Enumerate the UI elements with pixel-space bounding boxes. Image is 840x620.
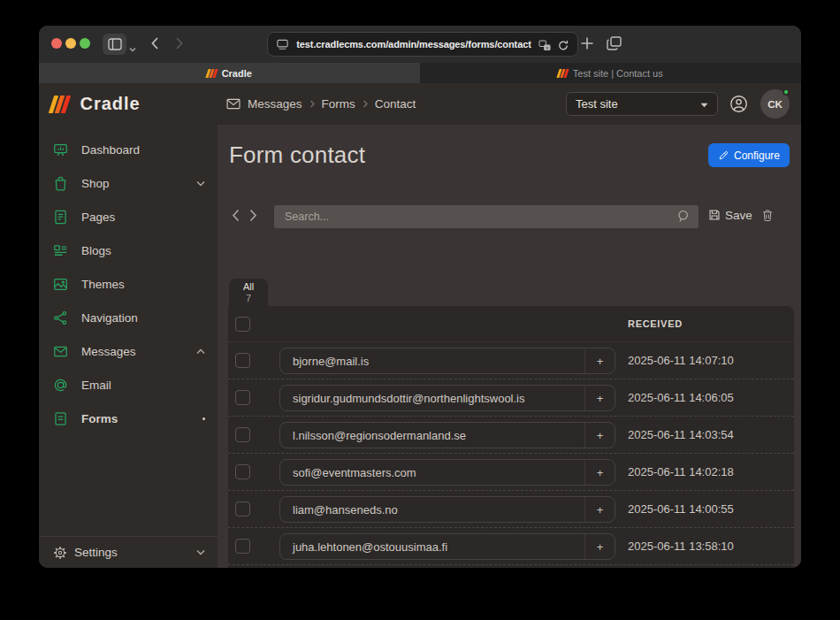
search-box: [274, 205, 699, 228]
sidebar-toggle-button[interactable]: [103, 34, 126, 55]
row-checkbox[interactable]: [235, 353, 250, 368]
row-checkbox[interactable]: [235, 464, 250, 479]
sidebar-item-pages[interactable]: Pages: [39, 200, 218, 233]
active-page-dot: [202, 417, 205, 420]
sidebar-item-forms[interactable]: Forms: [39, 402, 218, 435]
table-row[interactable]: sofi@eventmasters.com+ 2025-06-11 14:02:…: [228, 454, 794, 491]
browser-window: test.cradlecms.com/admin/messages/forms/…: [39, 26, 801, 568]
site-selector[interactable]: Test site: [566, 92, 718, 116]
chevron-down-icon: [129, 47, 136, 52]
reload-icon[interactable]: [558, 39, 569, 55]
email-pill[interactable]: l.nilsson@regionsodermanland.se+: [279, 422, 615, 448]
select-all-checkbox[interactable]: [235, 317, 250, 332]
site-selector-value: Test site: [576, 97, 618, 111]
row-checkbox[interactable]: [235, 427, 250, 442]
toolbar: Save: [218, 205, 801, 228]
received-timestamp: 2025-06-11 14:06:05: [628, 391, 734, 404]
table-row[interactable]: juha.lehtonen@ostouusimaa.fi+ 2025-06-11…: [228, 528, 794, 565]
email-pill[interactable]: liam@hanseneds.no+: [279, 496, 615, 523]
new-tab-button[interactable]: [580, 36, 594, 54]
minimize-window-button[interactable]: [65, 38, 76, 49]
search-input[interactable]: [274, 210, 699, 223]
configure-button[interactable]: Configure: [708, 143, 790, 167]
save-button[interactable]: Save: [707, 208, 752, 222]
filter-tab-count: 7: [246, 293, 251, 304]
blogs-icon: [51, 241, 69, 259]
search-icon: [676, 209, 691, 227]
sidebar-item-label: Messages: [81, 345, 136, 358]
zoom-window-button[interactable]: [80, 38, 90, 49]
pencil-icon: [718, 149, 729, 161]
row-checkbox[interactable]: [235, 539, 250, 554]
chevron-right-icon: [249, 209, 257, 222]
envelope-icon: [226, 98, 241, 110]
cradle-favicon: [206, 69, 218, 78]
app-logo[interactable]: Cradle: [39, 94, 218, 114]
tab-title: Cradle: [222, 68, 252, 79]
sidebar-item-dashboard[interactable]: Dashboard: [39, 133, 218, 166]
received-timestamp: 2025-06-11 13:58:10: [628, 540, 734, 553]
breadcrumb-messages[interactable]: Messages: [248, 97, 302, 111]
translate-icon[interactable]: x: [538, 39, 551, 55]
sidebar: Dashboard Shop Pages Blogs Themes Na: [39, 125, 218, 568]
email-pill[interactable]: sofi@eventmasters.com+: [279, 459, 615, 486]
email-pill[interactable]: bjorne@mail.is+: [279, 348, 615, 374]
sidebar-toggle-chevron[interactable]: [129, 40, 136, 56]
browser-tab-cradle[interactable]: Cradle: [39, 63, 420, 83]
browser-forward-button[interactable]: [175, 36, 184, 54]
row-checkbox[interactable]: [235, 501, 250, 517]
expand-button[interactable]: +: [584, 348, 615, 373]
table-row[interactable]: liam@hanseneds.no+ 2025-06-11 14:00:55: [228, 491, 794, 528]
sidebar-item-blogs[interactable]: Blogs: [39, 233, 218, 267]
prev-page-button[interactable]: [232, 209, 240, 226]
email-text: bjorne@mail.is: [280, 355, 369, 368]
sidebar-item-email[interactable]: Email: [39, 368, 218, 402]
avatar-initials: CK: [767, 99, 783, 110]
filter-tab-all[interactable]: All 7: [229, 279, 268, 306]
sidebar-item-label: Email: [81, 379, 111, 392]
table-row[interactable]: bjorne@mail.is+ 2025-06-11 14:07:10: [228, 342, 794, 379]
url-text[interactable]: test.cradlecms.com/admin/messages/forms/…: [293, 33, 535, 56]
browser-back-button[interactable]: [150, 36, 159, 54]
tab-overview-button[interactable]: [607, 36, 622, 54]
expand-button[interactable]: +: [584, 460, 615, 485]
dashboard-icon: [51, 141, 69, 158]
shop-icon: [51, 174, 69, 192]
svg-text:x: x: [546, 45, 549, 50]
next-page-button[interactable]: [249, 209, 257, 226]
expand-button[interactable]: +: [584, 534, 615, 559]
url-bar[interactable]: test.cradlecms.com/admin/messages/forms/…: [267, 32, 578, 57]
received-timestamp: 2025-06-11 14:03:54: [628, 428, 734, 441]
expand-button[interactable]: +: [584, 497, 615, 522]
sidebar-item-shop[interactable]: Shop: [39, 166, 218, 200]
account-button[interactable]: [729, 95, 748, 117]
table-row[interactable]: sigridur.gudmundsdottir@northenlightswoo…: [228, 379, 794, 417]
chevron-right-icon: [175, 36, 184, 50]
sidebar-item-navigation[interactable]: Navigation: [39, 301, 218, 334]
sidebar-item-label: Themes: [81, 278, 125, 291]
email-pill[interactable]: juha.lehtonen@ostouusimaa.fi+: [279, 533, 615, 560]
navigation-icon: [51, 309, 69, 326]
sidebar-item-settings[interactable]: Settings: [39, 536, 218, 568]
browser-titlebar: test.cradlecms.com/admin/messages/forms/…: [39, 26, 801, 63]
chevron-down-icon: [196, 180, 205, 187]
email-pill[interactable]: sigridur.gudmundsdottir@northenlightswoo…: [279, 385, 615, 411]
browser-tab-test-site[interactable]: Test site | Contact us: [420, 63, 801, 83]
table-row[interactable]: l.nilsson@regionsodermanland.se+ 2025-06…: [228, 417, 794, 454]
close-window-button[interactable]: [51, 38, 62, 49]
sidebar-item-label: Navigation: [81, 311, 138, 325]
app-logo-text: Cradle: [80, 94, 141, 114]
row-checkbox[interactable]: [235, 390, 250, 405]
received-timestamp: 2025-06-11 14:07:10: [628, 354, 734, 367]
sidebar-item-label: Blogs: [81, 244, 111, 257]
gear-icon: [51, 544, 69, 562]
breadcrumb-forms[interactable]: Forms: [322, 97, 355, 111]
expand-button[interactable]: +: [584, 386, 615, 410]
delete-button[interactable]: [760, 208, 775, 226]
expand-button[interactable]: +: [584, 423, 615, 448]
cradle-logo-icon: [49, 96, 71, 113]
sidebar-item-messages[interactable]: Messages: [39, 334, 218, 368]
reader-view-icon[interactable]: [276, 38, 289, 55]
breadcrumb-contact[interactable]: Contact: [375, 97, 416, 111]
sidebar-item-themes[interactable]: Themes: [39, 267, 218, 301]
